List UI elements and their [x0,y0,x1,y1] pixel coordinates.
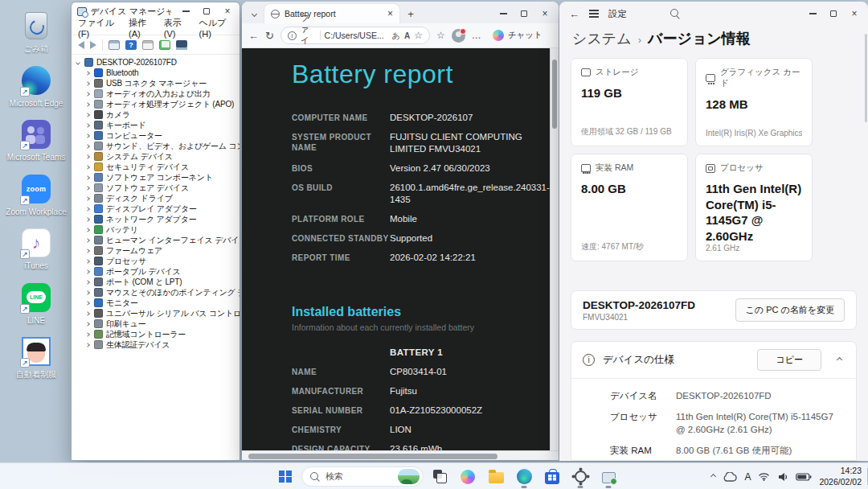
desktop-icon[interactable]: ↗ Microsoft Edge [5,64,68,109]
tree-row[interactable]: セキュリティ デバイス [75,162,240,172]
copilot-button[interactable] [456,465,480,489]
more-menu-icon[interactable]: … [472,30,481,41]
chevron-right-icon[interactable] [84,270,91,273]
search-icon[interactable] [670,9,680,18]
tree-row[interactable]: USB コネクタ マネージャー [75,78,240,88]
tree-row[interactable]: ネットワーク アダプター [75,214,240,224]
properties-icon[interactable] [142,40,154,50]
wifi-icon[interactable] [758,472,770,481]
chevron-right-icon[interactable] [84,281,91,284]
tray-chevron-up-icon[interactable] [710,474,716,479]
taskbar-clock[interactable]: 14:23 2026/02/02 [819,466,862,487]
close-button[interactable]: × [534,6,555,22]
back-icon[interactable]: ← [569,8,579,20]
speaker-icon[interactable] [777,472,788,482]
page-info-icon[interactable] [288,31,297,40]
rename-pc-button[interactable]: この PC の名前を変更 [735,298,845,322]
device-manager-button[interactable] [596,465,620,489]
edge-button[interactable] [512,465,536,489]
tree-row[interactable]: ファームウェア [75,245,240,256]
start-button[interactable] [273,465,297,489]
chevron-right-icon[interactable] [84,291,91,294]
chevron-right-icon[interactable] [84,302,91,305]
tree-row[interactable]: システム デバイス [75,151,240,162]
chevron-right-icon[interactable] [84,92,91,96]
tree-row[interactable]: サウンド、ビデオ、およびゲーム コントローラー [75,141,240,151]
chevron-right-icon[interactable] [84,312,91,315]
help-icon[interactable]: ? [125,40,137,50]
close-button[interactable]: × [844,6,865,22]
chevron-right-icon[interactable] [84,187,91,190]
tree-row[interactable]: ヒューマン インターフェイス デバイス [75,235,240,245]
chevron-right-icon[interactable] [84,197,91,200]
chevron-right-icon[interactable] [84,249,91,253]
back-icon[interactable]: ← [248,30,259,42]
onedrive-cloud-icon[interactable] [723,472,737,482]
horizontal-scrollbar[interactable] [242,450,559,460]
tab-search-chevron-icon[interactable] [247,6,261,21]
new-tab-button[interactable]: + [403,6,419,22]
tree-row[interactable]: オーディオの入力および出力 [75,88,240,99]
settings-button[interactable] [568,465,592,489]
chevron-right-icon[interactable] [84,124,91,127]
copilot-chat-button[interactable]: チャット [488,28,547,43]
chevron-right-icon[interactable] [84,239,91,242]
chevron-right-icon[interactable] [84,145,91,148]
desktop-icon[interactable]: ごみ箱 [5,10,68,54]
tree-row[interactable]: ディスプレイ アダプター [75,203,240,214]
taskbar-search[interactable]: 検索 [301,466,424,487]
settings-scrollbar[interactable] [865,34,867,122]
console-icon[interactable] [108,40,120,50]
chevron-right-icon[interactable] [84,343,91,347]
chevron-right-icon[interactable] [84,134,91,138]
chevron-right-icon[interactable] [84,176,91,179]
scrollbar-thumb[interactable] [248,454,497,459]
tree-row[interactable]: Bluetooth [75,68,240,78]
microsoft-store-button[interactable] [540,465,564,489]
back-icon[interactable] [78,41,84,49]
tree-row[interactable]: 印刷キュー [75,318,240,329]
chevron-right-icon[interactable] [84,228,91,232]
tree-row[interactable]: カメラ [75,109,240,120]
tree-row[interactable]: ディスク ドライブ [75,193,240,203]
maximize-button[interactable] [823,6,844,22]
hamburger-menu-icon[interactable] [589,10,599,18]
scan-hardware-icon[interactable] [159,40,170,50]
minimize-button[interactable] [493,6,514,22]
chevron-right-icon[interactable] [84,218,91,221]
copy-button[interactable]: コピー [757,349,821,371]
favorites-hub-icon[interactable]: ☆ [436,30,445,41]
tree-row[interactable]: オーディオ処理オブジェクト (APO) [75,99,240,109]
profile-avatar[interactable] [452,29,465,43]
chevron-right-icon[interactable] [84,155,91,158]
task-view-button[interactable] [428,465,452,489]
tree-row[interactable]: 記憶域コントローラー [75,329,240,339]
desktop-icon[interactable]: ↗ 自動着制服 [5,335,68,380]
device-spec-header[interactable]: デバイスの仕様 コピー [571,342,856,379]
tree-row[interactable]: ポート (COM と LPT) [75,277,240,287]
translate-icon[interactable] [392,30,400,42]
tree-row[interactable]: 生体認証デバイス [75,339,240,350]
tree-row[interactable]: コンピューター [75,130,240,141]
maximize-button[interactable] [514,6,534,22]
tree-row[interactable]: プロセッサ [75,256,240,266]
chevron-right-icon[interactable] [84,323,91,326]
chevron-right-icon[interactable] [84,208,91,211]
browser-tab[interactable]: Battery report × [264,4,399,23]
tree-row[interactable]: マウスとそのほかのポインティング デバイス [75,287,240,298]
tab-close-icon[interactable]: × [387,9,393,18]
chevron-right-icon[interactable] [84,82,91,85]
favorite-star-icon[interactable]: ☆ [414,30,423,41]
minimize-button[interactable] [802,6,823,22]
read-aloud-icon[interactable] [404,30,410,41]
tree-row[interactable]: ポータブル デバイス [75,266,240,277]
computer-mgmt-icon[interactable] [176,40,187,50]
vertical-scrollbar[interactable] [550,48,559,450]
refresh-icon[interactable]: ↻ [265,30,274,42]
address-bar[interactable]: ファイル C:/Users/USE... ☆ [280,27,430,44]
chevron-right-icon[interactable] [84,333,91,336]
chevron-up-icon[interactable] [837,357,842,363]
desktop-icon[interactable]: ↗ iTunes [5,227,68,271]
breadcrumb-parent[interactable]: システム [572,29,632,48]
desktop-icon[interactable]: ↗ Microsoft Teams [5,118,68,162]
